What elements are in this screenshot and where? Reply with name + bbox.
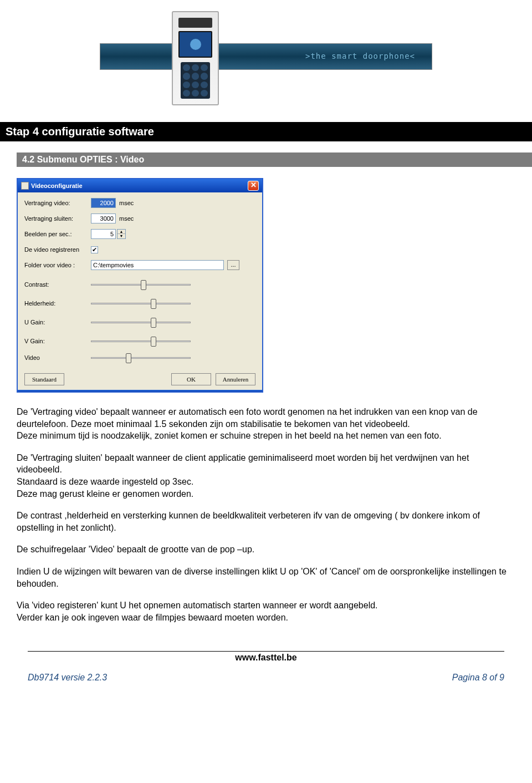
footer-site: www.fasttel.be xyxy=(28,653,504,663)
footer-doc-version: Db9714 versie 2.2.3 xyxy=(28,673,107,683)
input-vertraging-video[interactable] xyxy=(91,198,116,208)
chevron-down-icon[interactable]: ▼ xyxy=(117,234,125,238)
label-helderheid: Helderheid: xyxy=(24,300,91,307)
chevron-up-icon[interactable]: ▲ xyxy=(117,230,125,234)
unit-msec: msec xyxy=(119,200,134,206)
label-v-gain: V Gain: xyxy=(24,338,91,344)
footer-page-number: Pagina 8 of 9 xyxy=(452,673,504,683)
section-heading: Stap 4 configuratie software xyxy=(0,122,532,141)
label-video-slider: Video xyxy=(24,354,91,361)
dialog-titlebar[interactable]: Videoconfiguratie ✕ xyxy=(18,179,262,192)
paragraph-2c: Deze mag gerust kleine er genomen worden… xyxy=(17,489,193,499)
doorphone-illustration xyxy=(172,11,219,105)
page-footer: www.fasttel.be Db9714 versie 2.2.3 Pagin… xyxy=(28,651,504,683)
unit-msec-2: msec xyxy=(119,215,134,222)
label-vertraging-video: Vertraging video: xyxy=(24,200,91,206)
header-banner: >the smart doorphone< xyxy=(100,11,432,105)
paragraph-2a: De 'Vertraging sluiten' bepaalt wanneer … xyxy=(17,453,469,475)
standaard-button[interactable]: Standaard xyxy=(24,373,64,385)
annuleren-button[interactable]: Annuleren xyxy=(216,373,255,385)
label-beelden-per-sec: Beelden per sec.: xyxy=(24,231,91,237)
paragraph-1b: Deze minimum tijd is noodzakelijk, zonie… xyxy=(17,431,442,440)
banner-strip: >the smart doorphone< xyxy=(100,43,432,70)
paragraph-1a: De 'Vertraging video' bepaalt wanneer er… xyxy=(17,407,478,429)
banner-tagline: >the smart doorphone< xyxy=(305,52,415,60)
paragraph-6b: Verder kan je ook ingeven waar de filmpj… xyxy=(17,613,288,622)
ok-button[interactable]: OK xyxy=(171,373,211,385)
system-icon xyxy=(21,182,29,190)
slider-v-gain[interactable] xyxy=(91,335,191,347)
subsection-heading: 4.2 Submenu OPTIES : Video xyxy=(17,152,532,167)
paragraph-6a: Via 'video registeren' kunt U het opneme… xyxy=(17,601,378,610)
input-folder[interactable] xyxy=(91,260,224,270)
browse-button[interactable]: ... xyxy=(227,260,239,270)
paragraph-3: De contrast ,helderheid en versterking k… xyxy=(17,510,515,533)
slider-helderheid[interactable] xyxy=(91,298,191,309)
label-video-registreren: De video registreren xyxy=(24,246,91,253)
input-vertraging-sluiten[interactable] xyxy=(91,213,116,223)
spinner-beelden[interactable]: ▲ ▼ xyxy=(117,229,126,239)
slider-contrast[interactable] xyxy=(91,279,191,290)
label-u-gain: U Gain: xyxy=(24,319,91,326)
label-folder-voor-video: Folder voor video : xyxy=(24,262,91,268)
document-body: De 'Vertraging video' bepaalt wanneer er… xyxy=(17,406,515,623)
input-beelden-per-sec[interactable] xyxy=(91,229,116,239)
checkbox-video-registreren[interactable]: ✔ xyxy=(91,246,98,253)
paragraph-4: De schuifregelaar 'Video' bepaalt de gro… xyxy=(17,543,515,556)
close-button[interactable]: ✕ xyxy=(248,181,259,191)
slider-video[interactable] xyxy=(91,352,191,363)
slider-u-gain[interactable] xyxy=(91,317,191,328)
videoconfiguratie-dialog: Videoconfiguratie ✕ Vertraging video: ms… xyxy=(17,178,263,393)
paragraph-5: Indien U de wijzingen wilt bewaren van d… xyxy=(17,566,515,589)
dialog-title: Videoconfiguratie xyxy=(31,182,83,189)
label-contrast: Contrast: xyxy=(24,281,91,288)
label-vertraging-sluiten: Vertraging sluiten: xyxy=(24,215,91,222)
paragraph-2b: Standaard is deze waarde ingesteld op 3s… xyxy=(17,477,193,486)
